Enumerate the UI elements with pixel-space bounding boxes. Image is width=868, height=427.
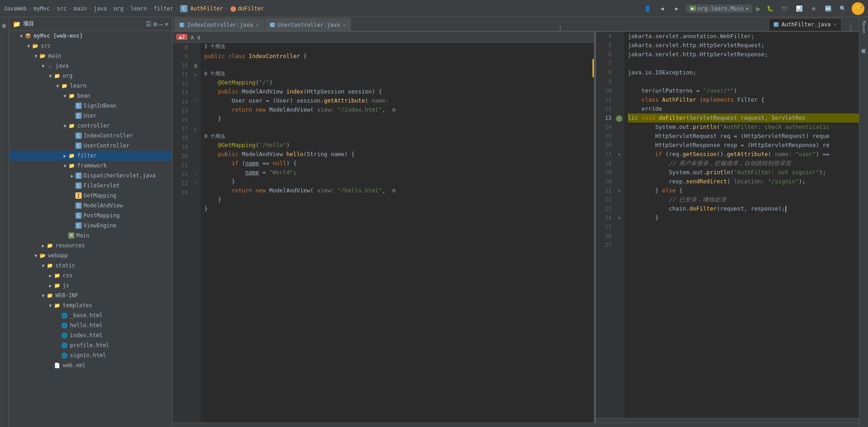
breadcrumb-learn[interactable]: learn	[130, 5, 147, 12]
tree-item-DispatcherServlet[interactable]: ▶ C DispatcherServlet.java	[9, 171, 172, 181]
vcs-button[interactable]: 👤	[642, 3, 653, 14]
breadcrumb-area: JavaWeb › myMvc › src › main › java › or…	[4, 5, 640, 12]
tree-item-main[interactable]: ▼ 📂 main	[9, 51, 172, 61]
panel-gear-btn[interactable]: ×	[165, 20, 168, 28]
debug-button[interactable]: 🐛	[764, 3, 775, 14]
tree-item-webxml[interactable]: 📄 web.xml	[9, 360, 172, 370]
tree-item-org[interactable]: ▼ 📁 org	[9, 71, 172, 81]
tree-item-Main[interactable]: M Main	[9, 231, 172, 240]
webinf-icon: 📁	[46, 292, 54, 299]
tree-item-index-html[interactable]: 🌐 index.html	[9, 330, 172, 340]
left-code-lines[interactable]: 2 个用法 public class IndexController { 0 个…	[201, 43, 594, 422]
right-line-22: // 已登录，继续处理	[628, 195, 859, 204]
coverage-button[interactable]: 🛡	[779, 3, 790, 14]
tree-item-WEB-INF[interactable]: ▼ 📁 WEB-INF	[9, 290, 172, 300]
panel-settings-btn[interactable]: ⚙	[153, 20, 157, 28]
right-line-6: jakarta.servlet.http.HttpServletResponse…	[628, 50, 859, 59]
tree-item-templates[interactable]: ▼ 📁 templates	[9, 300, 172, 310]
right-line-7	[628, 59, 859, 68]
tree-label-DispatcherServlet: DispatcherServlet.java	[84, 172, 156, 179]
tree-item-SignInBean[interactable]: C SignInBean	[9, 101, 172, 111]
breadcrumb-filter[interactable]: filter	[154, 5, 173, 12]
tree-item-static[interactable]: ▼ 📁 static	[9, 260, 172, 270]
tree-item-profile[interactable]: 🌐 profile.html	[9, 340, 172, 350]
tree-item-hello[interactable]: 🌐 hello.html	[9, 320, 172, 330]
tree-item-src[interactable]: ▼ 📂 src	[9, 41, 172, 51]
left-code-usage-hint: 2 个用法	[204, 43, 594, 51]
panel-collapse-btn[interactable]: ☰	[146, 20, 152, 28]
forward-button[interactable]: ▶	[671, 3, 682, 14]
search-button[interactable]: 🔍	[837, 3, 848, 14]
tab-IndexController[interactable]: C IndexController.java ×	[174, 18, 264, 31]
breadcrumb-module[interactable]: myMvc	[34, 5, 50, 12]
breadcrumb-java[interactable]: java	[94, 5, 107, 12]
breadcrumb-file[interactable]: AuthFilter	[190, 5, 223, 12]
tree-item-ViewEngine[interactable]: C ViewEngine	[9, 221, 172, 231]
tree-item-java[interactable]: ▼ ☕ java	[9, 61, 172, 71]
left-code-content[interactable]: 8 9 10 11 12 13 14 15 16 17 18 19 20 21	[173, 43, 594, 422]
tabs-more-button[interactable]: ⋮	[554, 25, 567, 31]
tree-item-bean[interactable]: ▼ 📁 bean	[9, 91, 172, 101]
tab-indexcontroller-close[interactable]: ×	[256, 22, 259, 28]
tree-item-resources[interactable]: ▶ 📁 resources	[9, 240, 172, 250]
tree-arrow-src: ▼	[25, 43, 32, 49]
tree-item-FileServlet[interactable]: C FileServlet	[9, 181, 172, 191]
tree-item-User[interactable]: C User	[9, 111, 172, 121]
tree-item-_base[interactable]: 🌐 _base.html	[9, 310, 172, 320]
tab-AuthFilter[interactable]: C AuthFilter.java ×	[769, 18, 842, 31]
profile-button[interactable]: 📊	[794, 3, 804, 14]
left-line-20: }	[204, 177, 594, 186]
right-code-lines[interactable]: jakarta.servlet.annotation.WebFilter; ja…	[624, 32, 859, 418]
run-config-selector[interactable]: ▶ org.learn.Main ▾	[686, 5, 752, 13]
getmapping-icon: I	[75, 192, 82, 199]
left-bottom-scroll[interactable]	[173, 422, 859, 427]
tree-item-GetMapping[interactable]: I GetMapping	[9, 191, 172, 201]
tree-item-UserController[interactable]: C UserController	[9, 141, 172, 151]
back-button[interactable]: ◀	[657, 3, 668, 14]
left-line-23: }	[204, 204, 594, 213]
tree-item-signin[interactable]: 🌐 signin.html	[9, 350, 172, 360]
warning-next[interactable]: ∨	[197, 34, 201, 41]
project-tool[interactable]: 栏目	[0, 19, 8, 23]
tree-item-myMvc[interactable]: ▼ 📦 myMvc [web-mvc]	[9, 31, 172, 41]
tree-label-_base: _base.html	[70, 312, 103, 319]
left-line-13: return new ModelAndView( view: "/index.h…	[204, 105, 594, 114]
breadcrumb-method[interactable]: doFilter	[238, 5, 264, 12]
warning-prev[interactable]: ∧	[190, 34, 194, 41]
right-code-content[interactable]: 4 5 6 7 8 9 10 11 12 13 14 15 16 17	[596, 32, 859, 418]
tab-authfilter-close[interactable]: ×	[833, 21, 837, 28]
breadcrumb-main[interactable]: main	[74, 5, 87, 12]
tab-UserController[interactable]: C UserController.java ×	[265, 18, 351, 31]
project-panel: 📁 项目 ☰ ⚙ — × ▼ 📦 myMvc [web-mvc] ▼ �	[9, 17, 173, 427]
module-icon: 📦	[25, 32, 32, 39]
tree-item-IndexController[interactable]: C IndexController	[9, 131, 172, 141]
panel-close-btn[interactable]: —	[159, 20, 163, 28]
more-run-button[interactable]: ⚙	[808, 3, 819, 14]
tree-item-framework[interactable]: ▼ 📁 framework	[9, 161, 172, 171]
tree-item-learn[interactable]: ▼ 📁 learn	[9, 81, 172, 91]
tree-item-filter[interactable]: ▶ 📁 filter	[9, 151, 172, 161]
right-tabs-more[interactable]: ⋮	[844, 25, 857, 31]
tree-label-filter: filter	[77, 152, 97, 159]
tree-label-learn: learn	[70, 83, 86, 89]
top-bar: JavaWeb › myMvc › src › main › java › or…	[0, 0, 868, 17]
tree-item-ModelAndView[interactable]: C ModelAndView	[9, 201, 172, 211]
notifications-tool[interactable]: 提醒	[860, 44, 868, 48]
tree-item-js[interactable]: ▶ 📁 js	[9, 280, 172, 290]
tree-item-PostMapping[interactable]: C PostMapping	[9, 211, 172, 221]
breadcrumb-src[interactable]: src	[57, 5, 67, 12]
tree-label-GetMapping: GetMapping	[84, 192, 116, 199]
tree-item-css[interactable]: ▶ 📁 css	[9, 270, 172, 280]
tab-usercontroller-close[interactable]: ×	[343, 22, 346, 28]
tree-label-ModelAndView: ModelAndView	[84, 202, 123, 209]
tree-label-WEB-INF: WEB-INF	[55, 292, 79, 299]
html-icon-hello: 🌐	[61, 322, 68, 329]
maven-tool[interactable]: Maven	[861, 19, 867, 35]
breadcrumb-org[interactable]: org	[113, 5, 123, 12]
tree-item-webapp[interactable]: ▼ 📂 webapp	[9, 250, 172, 260]
breadcrumb-project[interactable]: JavaWeb	[4, 5, 27, 12]
tree-item-controller[interactable]: ▼ 📁 controller	[9, 121, 172, 131]
translate-button[interactable]: 🔤	[823, 3, 833, 14]
right-bottom-scroll[interactable]	[596, 418, 859, 422]
run-button[interactable]: ▶	[756, 4, 761, 13]
